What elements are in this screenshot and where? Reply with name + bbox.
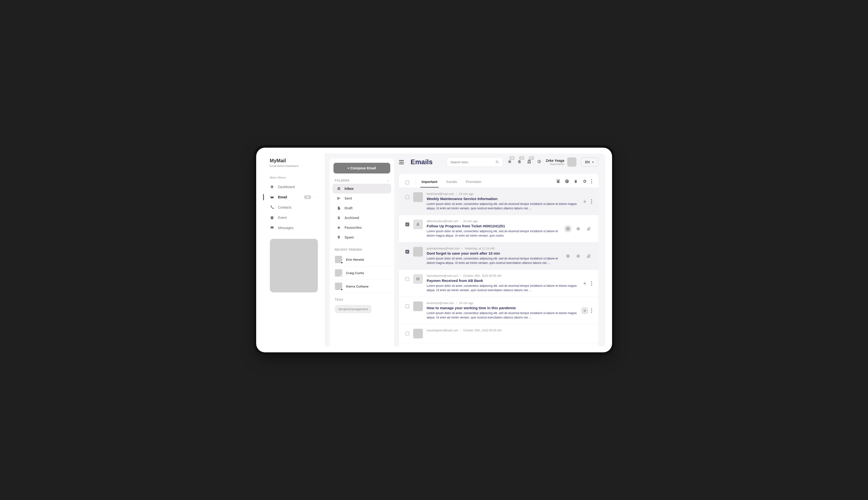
folders-column: + Compose Email FOLDERS › InboxSentDraft…: [329, 158, 394, 346]
friend-item[interactable]: Erin Herwitz: [331, 253, 392, 266]
sidebar-item-email[interactable]: Email38›: [263, 192, 325, 202]
snooze-icon[interactable]: [575, 252, 582, 260]
sidebar-item-dashboard[interactable]: Dashboard: [263, 182, 325, 192]
tags-label: TAGS: [335, 298, 343, 302]
sender-email: kevinhard@mail.com: [427, 192, 454, 196]
email-checkbox[interactable]: [405, 304, 409, 308]
topbar-settings-icon[interactable]: [537, 159, 541, 165]
tab-important[interactable]: Important: [417, 178, 442, 188]
menu-toggle-icon[interactable]: [399, 160, 404, 164]
email-checkbox[interactable]: [405, 223, 409, 226]
folder-label: Inbox: [345, 187, 354, 191]
email-row[interactable]: machelgreen@mail.com•October 25th, 2020 …: [399, 324, 598, 343]
email-preview: Lorem ipsum dolor sit amet, consectetur …: [427, 202, 577, 211]
nav-label: Email: [278, 195, 287, 199]
folder-inbox[interactable]: Inbox: [332, 184, 391, 193]
email-time: 24 min ago: [459, 192, 473, 196]
sender-avatar: [413, 192, 423, 202]
search-box[interactable]: [447, 157, 503, 167]
sender-avatar: [413, 247, 423, 257]
friend-avatar: [335, 269, 342, 276]
folder-spam[interactable]: Spam: [332, 232, 391, 242]
clock-icon[interactable]: [565, 179, 569, 183]
star-button[interactable]: [581, 198, 588, 205]
sender-avatar: [413, 329, 423, 339]
sender-avatar: H: [413, 274, 423, 284]
email-actions: [581, 302, 592, 320]
archive-icon[interactable]: [564, 225, 572, 232]
folder-sent[interactable]: Sent: [332, 193, 391, 203]
email-subject: Dont forget to save your work after 10 m…: [427, 251, 560, 255]
promo-card: [270, 239, 318, 292]
archive-icon[interactable]: [564, 252, 572, 260]
friend-name: Erin Herwitz: [346, 258, 364, 261]
tab-socials[interactable]: Socials: [442, 178, 461, 188]
email-row[interactable]: kevinhard@mail.com•24 min agoHow to mana…: [399, 297, 598, 324]
language-selector[interactable]: EN ▼: [581, 157, 598, 167]
email-list: ImportantSocialsPromotion kevinhard@mail…: [399, 174, 598, 346]
email-row[interactable]: Aallientstudios@mail.com•24 min agoFollo…: [399, 215, 598, 242]
attachment-icon[interactable]: [585, 225, 592, 232]
user-block[interactable]: Zeke Yeaga Superadmin: [546, 157, 576, 167]
email-checkbox[interactable]: [405, 250, 409, 254]
folder-icon: [337, 196, 341, 200]
more-icon[interactable]: [591, 308, 592, 313]
email-preview: Lorem ipsum dolor sit amet, consectetur …: [427, 284, 577, 292]
status-dot: [340, 288, 343, 291]
friend-name: Kierra Culhane: [346, 285, 369, 288]
compose-button[interactable]: + Compose Email: [334, 163, 390, 173]
search-input[interactable]: [450, 160, 495, 164]
attachment-icon[interactable]: [585, 252, 592, 260]
email-time: October 25th, 2020 08:55 AM: [463, 274, 501, 277]
star-button[interactable]: [581, 280, 588, 287]
gear-icon[interactable]: [582, 179, 587, 183]
select-all-checkbox[interactable]: [405, 181, 409, 184]
folder-draft[interactable]: Draft: [332, 203, 391, 213]
nav-badge: 38: [304, 195, 311, 199]
main: Emails 38 12 67: [394, 154, 605, 346]
folder-favourites[interactable]: Favourites: [332, 223, 391, 232]
tag-chip[interactable]: #projectmanagement: [335, 305, 371, 313]
sender-avatar: A: [413, 219, 423, 229]
email-checkbox[interactable]: [405, 277, 409, 281]
topbar-gift-icon[interactable]: 67: [527, 159, 532, 165]
more-icon[interactable]: [591, 281, 592, 286]
topbar-bell-icon[interactable]: 12: [517, 159, 522, 165]
folder-archived[interactable]: Archived: [332, 213, 391, 223]
email-checkbox[interactable]: [405, 195, 409, 199]
more-icon[interactable]: [591, 199, 592, 204]
trash-icon[interactable]: [574, 179, 578, 183]
folders-chevron-icon[interactable]: ›: [387, 179, 389, 182]
nav-label: Contacts: [278, 205, 292, 209]
sender-email: hanzelqueen@mail.com: [427, 274, 458, 277]
sidebar-item-messages[interactable]: Messages: [263, 223, 325, 233]
folder-icon: [337, 235, 341, 239]
friend-item[interactable]: Craig Curtis: [331, 266, 392, 280]
email-checkbox[interactable]: [405, 332, 409, 336]
topbar-star-icon[interactable]: 38: [507, 159, 512, 165]
sidebar-item-event[interactable]: Event›: [263, 213, 325, 223]
sidebar-item-contacts[interactable]: Contacts: [263, 202, 325, 213]
more-icon[interactable]: [591, 179, 592, 183]
email-row[interactable]: kevinhard@mail.com•24 min agoWeekly Main…: [399, 188, 598, 215]
email-subject: Paymen Received from AB Bank: [427, 279, 577, 283]
tabs-row: ImportantSocialsPromotion: [399, 174, 598, 188]
folder-icon: [337, 216, 341, 220]
friend-item[interactable]: Kierra Culhane: [331, 280, 392, 293]
archive-icon[interactable]: [556, 179, 560, 183]
snooze-icon[interactable]: [575, 225, 582, 232]
email-preview: Lorem ipsum dolor sit amet, consectetur …: [427, 229, 560, 238]
email-row[interactable]: joannahsitepu@mail.com•Yesterday, at 11:…: [399, 242, 598, 270]
tab-promotion[interactable]: Promotion: [461, 178, 486, 188]
brand-tagline: Email Admin Dashboard: [270, 164, 298, 167]
folder-label: Favourites: [345, 226, 362, 229]
sender-email: joannahsitepu@mail.com: [427, 247, 460, 250]
chevron-down-icon: ▼: [592, 161, 594, 163]
email-row[interactable]: Hhanzelqueen@mail.com•October 25th, 2020…: [399, 270, 598, 297]
sender-email: machelgreen@mail.com: [427, 329, 459, 332]
folder-label: Draft: [345, 206, 353, 210]
email-time: October 25th, 2020 08:55 AM: [463, 329, 501, 332]
folder-label: Archived: [345, 216, 359, 220]
chevron-right-icon: ›: [317, 196, 318, 198]
star-button[interactable]: [581, 307, 588, 314]
